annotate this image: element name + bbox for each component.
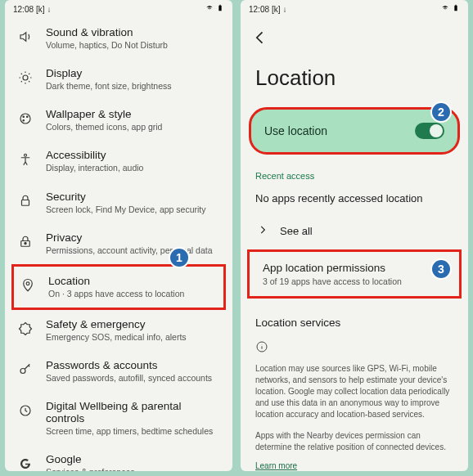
annotation-badge-3: 3 <box>430 258 452 280</box>
row-sub: On · 3 apps have access to location <box>48 289 184 299</box>
svg-point-12 <box>20 369 25 374</box>
wallpaper-icon <box>16 110 34 128</box>
wifi-icon <box>441 4 449 14</box>
location-services-row[interactable]: Location services <box>241 299 468 337</box>
svg-point-5 <box>27 116 29 118</box>
key-icon <box>16 361 34 379</box>
svg-point-2 <box>23 75 28 80</box>
battery-icon <box>452 4 460 14</box>
row-title: Accessibility <box>46 149 143 161</box>
svg-point-3 <box>20 114 30 123</box>
lock-icon <box>16 192 34 210</box>
chevron-right-icon <box>257 224 268 238</box>
wifi-icon <box>205 4 214 14</box>
svg-rect-0 <box>218 6 221 11</box>
settings-row-security[interactable]: SecurityScreen lock, Find My Device, app… <box>11 182 226 223</box>
display-icon <box>16 69 34 87</box>
settings-list[interactable]: Sound & vibrationVolume, haptics, Do Not… <box>5 18 232 471</box>
row-title: Location <box>48 275 184 287</box>
back-button[interactable] <box>241 18 468 54</box>
settings-row-wallpaper[interactable]: Wallpaper & styleColors, themed icons, a… <box>11 100 226 141</box>
use-location-switch[interactable] <box>415 123 444 139</box>
row-sub: Display, interaction, audio <box>46 163 143 173</box>
info-text-1: Location may use sources like GPS, Wi-Fi… <box>241 361 468 422</box>
status-indicator: [k] <box>272 5 281 14</box>
row-sub: Saved passwords, autofill, synced accoun… <box>46 373 212 384</box>
row-sub: Colors, themed icons, app grid <box>46 122 162 132</box>
row-sub: Dark theme, font size, brightness <box>46 81 172 92</box>
row-title: Safety & emergency <box>46 318 187 330</box>
row-title: Sound & vibration <box>46 26 168 38</box>
svg-point-11 <box>26 282 29 285</box>
row-title: Google <box>46 453 135 465</box>
sound-icon <box>16 28 34 46</box>
location-icon <box>19 276 37 294</box>
status-bar: 12:08 [k] ↓ <box>241 0 468 18</box>
see-all-button[interactable]: See all <box>241 216 468 249</box>
learn-more-link[interactable]: Learn more <box>241 455 468 471</box>
settings-row-privacy[interactable]: PrivacyPermissions, account activity, pe… <box>11 223 226 264</box>
settings-row-sound[interactable]: Sound & vibrationVolume, haptics, Do Not… <box>11 18 226 59</box>
row-title: Wallpaper & style <box>46 108 162 120</box>
status-time: 12:08 <box>249 5 269 14</box>
row-title: Digital Wellbeing & parental controls <box>46 400 218 424</box>
google-icon <box>16 455 34 471</box>
info-text-2: Apps with the Nearby devices permission … <box>241 429 468 455</box>
see-all-label: See all <box>280 225 313 237</box>
row-sub: Screen lock, Find My Device, app securit… <box>46 204 206 215</box>
svg-rect-15 <box>455 5 457 6</box>
settings-row-google[interactable]: GoogleServices & preferences <box>11 445 226 471</box>
svg-point-10 <box>25 242 26 244</box>
download-icon: ↓ <box>47 5 52 14</box>
settings-list-screen: 12:08 [k] ↓ Sound & vibrationVolume, hap… <box>5 0 232 471</box>
status-time: 12:08 <box>13 5 34 14</box>
annotation-badge-2: 2 <box>430 101 452 123</box>
row-title: Display <box>46 67 172 79</box>
use-location-toggle-card[interactable]: Use location <box>249 107 460 155</box>
info-icon <box>241 337 468 361</box>
settings-row-safety[interactable]: Safety & emergencyEmergency SOS, medical… <box>11 310 226 351</box>
perm-title: App location permissions <box>263 262 446 274</box>
row-sub: Volume, haptics, Do Not Disturb <box>46 40 168 51</box>
row-title: Privacy <box>46 231 212 244</box>
row-sub: Emergency SOS, medical info, alerts <box>46 332 187 343</box>
status-indicator: [k] <box>36 5 45 14</box>
settings-row-display[interactable]: DisplayDark theme, font size, brightness <box>11 59 226 100</box>
svg-point-4 <box>23 116 25 118</box>
battery-icon <box>216 4 224 14</box>
row-title: Security <box>46 191 206 203</box>
svg-point-7 <box>25 155 27 157</box>
svg-rect-8 <box>22 200 29 205</box>
page-title: Location <box>241 54 468 107</box>
annotation-badge-1: 1 <box>169 247 190 268</box>
safety-icon <box>16 320 34 338</box>
use-location-label: Use location <box>264 124 327 137</box>
settings-row-location[interactable]: LocationOn · 3 apps have access to locat… <box>11 264 226 310</box>
perm-sub: 3 of 19 apps have access to location <box>263 276 446 286</box>
row-sub: Services & preferences <box>46 467 135 471</box>
recent-access-header: Recent access <box>241 155 468 187</box>
svg-rect-1 <box>219 5 221 6</box>
settings-row-passwords[interactable]: Passwords & accountsSaved passwords, aut… <box>11 351 226 392</box>
recent-access-empty: No apps recently accessed location <box>241 187 468 216</box>
accessibility-icon <box>16 150 34 168</box>
privacy-icon <box>16 233 34 251</box>
settings-row-accessibility[interactable]: AccessibilityDisplay, interaction, audio <box>11 141 226 182</box>
download-icon: ↓ <box>283 5 287 14</box>
app-location-permissions-row[interactable]: App location permissions 3 of 19 apps ha… <box>247 249 462 299</box>
wellbeing-icon <box>16 402 34 420</box>
settings-row-wellbeing[interactable]: Digital Wellbeing & parental controlsScr… <box>11 392 226 445</box>
location-settings-screen: 12:08 [k] ↓ Location Use location Recent… <box>241 0 468 471</box>
row-title: Passwords & accounts <box>46 359 212 371</box>
status-bar: 12:08 [k] ↓ <box>5 0 232 18</box>
row-sub: Screen time, app timers, bedtime schedul… <box>46 426 218 437</box>
svg-rect-14 <box>454 6 457 11</box>
svg-point-6 <box>23 120 25 122</box>
